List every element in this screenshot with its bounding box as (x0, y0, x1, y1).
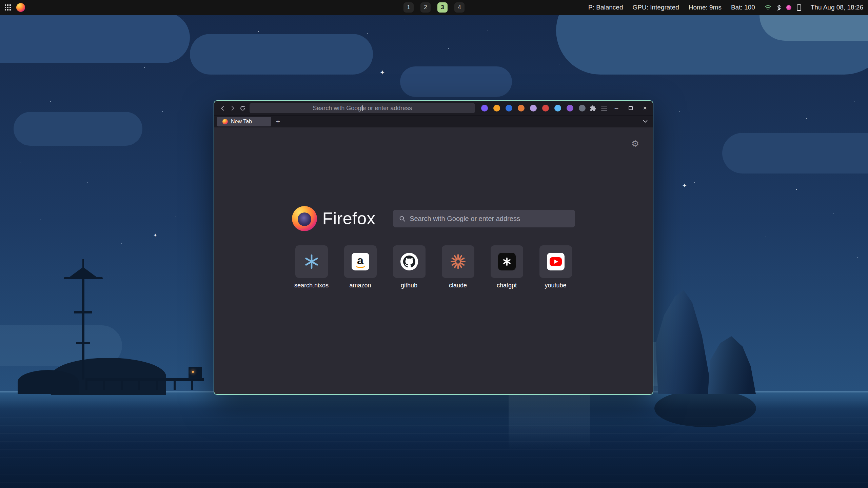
youtube-play-icon (547, 253, 565, 270)
cloud (400, 66, 512, 97)
cloud (190, 34, 373, 75)
shortcut-label: youtube (545, 282, 566, 289)
minimize-button[interactable]: – (612, 104, 621, 113)
chatgpt-knot-icon (498, 253, 516, 270)
status-bar-left (5, 3, 25, 12)
shortcut-grid: search.nixos a amazon (214, 245, 653, 289)
menu-hamburger-icon[interactable] (601, 106, 607, 110)
moonlight-reflection (509, 392, 590, 450)
extension-icon-4[interactable] (518, 105, 525, 111)
firefox-window: – × New Tab + ⚙ Firefox (214, 100, 653, 395)
islet-left (18, 370, 79, 394)
amazon-tile: a (344, 245, 377, 278)
nixos-tile (295, 245, 328, 278)
url-bar (250, 103, 475, 113)
reload-button[interactable] (238, 103, 248, 113)
newtab-search-box (393, 210, 575, 227)
desktop: ✦ ✦ ✦ ✦ (0, 0, 868, 488)
newtab-hero: Firefox (214, 206, 653, 231)
workspace-button-2[interactable]: 2 (420, 2, 431, 13)
power-profile-status: P: Balanced (588, 4, 623, 11)
close-button[interactable]: × (640, 104, 649, 113)
ping-status: Home: 9ms (689, 4, 722, 11)
shortcut-label: amazon (349, 282, 371, 289)
extension-icon-3[interactable] (506, 105, 512, 111)
extension-icon-1[interactable] (481, 105, 488, 111)
hut (189, 367, 202, 379)
shortcut-search-nixos[interactable]: search.nixos (295, 245, 328, 289)
shortcut-youtube[interactable]: youtube (539, 245, 572, 289)
firefox-logo (292, 206, 317, 231)
claude-starburst-icon (450, 254, 466, 269)
workspace-button-1[interactable]: 1 (403, 2, 414, 13)
claude-tile (442, 245, 474, 278)
rock-reflection (654, 390, 756, 427)
github-octocat-icon (400, 253, 418, 270)
amazon-icon: a (352, 253, 369, 270)
extension-icon-6[interactable] (542, 105, 549, 111)
app-launcher-icon[interactable] (5, 4, 11, 11)
shortcut-claude[interactable]: claude (442, 245, 474, 289)
forward-button[interactable] (228, 103, 237, 113)
extension-icon-2[interactable] (493, 105, 500, 111)
pier (85, 378, 204, 381)
extensions-puzzle-icon[interactable] (590, 105, 596, 111)
tray-icons (765, 4, 801, 11)
new-tab-page: ⚙ Firefox (214, 127, 653, 394)
extension-icon-9[interactable] (579, 105, 586, 111)
shortcut-github[interactable]: github (393, 245, 426, 289)
tab-list-chevron-icon[interactable] (640, 117, 650, 126)
sparkle-star: ✦ (380, 69, 385, 76)
newtab-search-input[interactable] (410, 215, 569, 223)
battery-status: Bat: 100 (731, 4, 755, 11)
watchtower-pole (82, 277, 84, 380)
firefox-launcher-icon[interactable] (16, 3, 25, 12)
shortcut-label: chatgpt (497, 282, 517, 289)
browser-toolbar: – × (214, 101, 653, 115)
bluetooth-icon[interactable] (777, 4, 781, 11)
device-icon[interactable] (797, 4, 801, 11)
cloud (0, 12, 190, 63)
search-icon (399, 216, 406, 222)
youtube-tile (539, 245, 572, 278)
status-bar: 1 2 3 4 P: Balanced GPU: Integrated Home… (0, 0, 868, 15)
tab-new-tab[interactable]: New Tab (217, 117, 271, 126)
extension-icon-5[interactable] (530, 105, 537, 111)
window-controls: – × (612, 104, 649, 113)
gpu-status: GPU: Integrated (632, 4, 679, 11)
extension-icon-8[interactable] (567, 105, 573, 111)
sea-rock-short (706, 336, 757, 394)
watchtower-antenna (82, 259, 84, 268)
toolbar-right (590, 105, 607, 111)
firefox-wordmark: Firefox (322, 209, 375, 228)
pier-posts (85, 381, 204, 390)
back-button[interactable] (218, 103, 228, 113)
workspace-button-3[interactable]: 3 (437, 2, 448, 13)
shortcut-label: search.nixos (294, 282, 329, 289)
cloud (14, 112, 142, 146)
workspace-button-4[interactable]: 4 (454, 2, 465, 13)
extension-icons (481, 105, 586, 111)
sparkle-star: ✦ (682, 182, 687, 189)
hut-window-light (192, 371, 194, 373)
shortcut-amazon[interactable]: a amazon (344, 245, 377, 289)
amazon-smile-arrow (356, 264, 365, 268)
color-dot-icon[interactable] (786, 5, 791, 10)
shortcut-label: github (401, 282, 417, 289)
watchtower-platform (74, 311, 92, 313)
sparkle-star: ✦ (153, 232, 157, 238)
tab-favicon (222, 119, 228, 124)
maximize-button[interactable] (626, 104, 635, 113)
personalize-gear-icon[interactable]: ⚙ (631, 139, 639, 148)
shortcut-label: claude (449, 282, 467, 289)
extension-icon-7[interactable] (554, 105, 561, 111)
new-tab-button[interactable]: + (273, 117, 283, 126)
wifi-icon[interactable] (765, 5, 771, 10)
sea-rock-tall (654, 290, 715, 394)
workspace-switcher: 1 2 3 4 (403, 2, 465, 13)
text-caret (362, 105, 363, 111)
clock: Thu Aug 08, 18:26 (811, 4, 863, 11)
cloud (722, 133, 868, 174)
shortcut-chatgpt[interactable]: chatgpt (491, 245, 523, 289)
github-tile (393, 245, 426, 278)
